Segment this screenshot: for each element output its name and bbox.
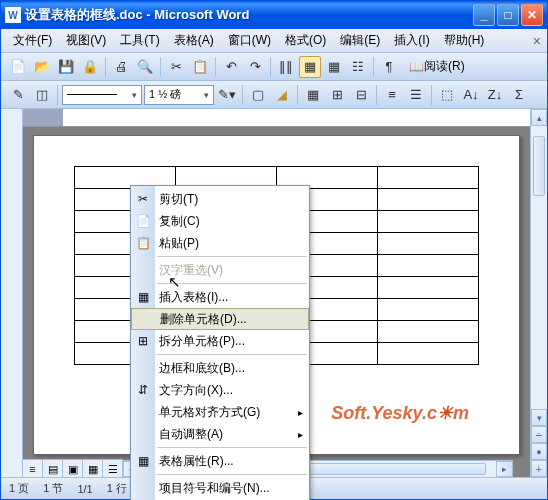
menu-separator xyxy=(157,447,307,448)
status-line: 1 行 xyxy=(107,481,127,496)
merge-cells-icon[interactable]: ⊞ xyxy=(326,84,348,106)
menu-separator xyxy=(157,256,307,257)
submenu-arrow-icon: ▸ xyxy=(298,407,303,418)
separator xyxy=(215,57,216,77)
separator xyxy=(160,57,161,77)
web-view-icon[interactable]: ▤ xyxy=(43,460,63,477)
cm-cut[interactable]: ✂剪切(T) xyxy=(131,188,309,210)
insert-table-icon[interactable]: ▦ xyxy=(302,84,324,106)
cm-insert-table[interactable]: ▦插入表格(I)... xyxy=(131,286,309,308)
table-icon: ▦ xyxy=(134,288,152,306)
status-section: 1 节 xyxy=(43,481,63,496)
scroll-right-icon[interactable]: ▸ xyxy=(496,461,513,477)
tables-borders-icon[interactable]: ▦ xyxy=(299,56,321,78)
separator xyxy=(431,85,432,105)
cm-cell-alignment[interactable]: 单元格对齐方式(G)▸ xyxy=(131,401,309,423)
paste-icon[interactable]: 📋 xyxy=(189,56,211,78)
align-icon[interactable]: ≡ xyxy=(381,84,403,106)
cm-reconvert: 汉字重选(V) xyxy=(131,259,309,281)
undo-icon[interactable]: ↶ xyxy=(220,56,242,78)
next-page-icon[interactable]: ∔ xyxy=(531,460,547,477)
scroll-down-icon[interactable]: ▾ xyxy=(531,409,547,426)
copy-icon: 📄 xyxy=(134,212,152,230)
menu-tools[interactable]: 工具(T) xyxy=(114,30,165,51)
cm-delete-cells[interactable]: 删除单元格(D)... xyxy=(131,308,309,330)
prev-page-icon[interactable]: ∸ xyxy=(531,426,547,443)
menu-edit[interactable]: 编辑(E) xyxy=(334,30,386,51)
border-outside-icon[interactable]: ▢ xyxy=(247,84,269,106)
line-weight-combo[interactable]: 1 ½ 磅▾ xyxy=(144,85,214,105)
open-icon[interactable]: 📂 xyxy=(31,56,53,78)
menu-window[interactable]: 窗口(W) xyxy=(222,30,277,51)
separator xyxy=(57,85,58,105)
scroll-up-icon[interactable]: ▴ xyxy=(531,109,547,126)
reading-label: 阅读(R) xyxy=(424,58,465,75)
cut-icon[interactable]: ✂ xyxy=(165,56,187,78)
minimize-button[interactable]: _ xyxy=(473,4,495,26)
redo-icon[interactable]: ↷ xyxy=(244,56,266,78)
separator xyxy=(297,85,298,105)
menu-view[interactable]: 视图(V) xyxy=(60,30,112,51)
reading-view-icon[interactable]: ☰ xyxy=(103,460,123,477)
sort-asc-icon[interactable]: A↓ xyxy=(460,84,482,106)
eraser-icon[interactable]: ◫ xyxy=(31,84,53,106)
browse-object-icon[interactable]: ● xyxy=(531,443,547,460)
menu-format[interactable]: 格式(O) xyxy=(279,30,332,51)
cm-table-properties[interactable]: ▦表格属性(R)... xyxy=(131,450,309,472)
autosum-icon[interactable]: Σ xyxy=(508,84,530,106)
doc-close-icon[interactable]: × xyxy=(533,33,541,49)
separator xyxy=(105,57,106,77)
autoformat-icon[interactable]: ⬚ xyxy=(436,84,458,106)
cm-paste[interactable]: 📋粘贴(P) xyxy=(131,232,309,254)
status-pages: 1/1 xyxy=(77,483,92,495)
cm-copy[interactable]: 📄复制(C) xyxy=(131,210,309,232)
menu-file[interactable]: 文件(F) xyxy=(7,30,58,51)
columns-icon[interactable]: ☷ xyxy=(347,56,369,78)
horizontal-ruler[interactable] xyxy=(23,109,530,127)
save-icon[interactable]: 💾 xyxy=(55,56,77,78)
print-icon[interactable]: 🖨 xyxy=(110,56,132,78)
sort-desc-icon[interactable]: Z↓ xyxy=(484,84,506,106)
menubar: 文件(F) 视图(V) 工具(T) 表格(A) 窗口(W) 格式(O) 编辑(E… xyxy=(1,29,547,53)
normal-view-icon[interactable]: ≡ xyxy=(23,460,43,477)
reading-layout-button[interactable]: 📖 阅读(R) xyxy=(402,56,472,78)
text-direction-icon: ⇵ xyxy=(134,381,152,399)
watermark: Soft.Yesky.c☀m xyxy=(331,402,469,424)
cm-borders-shading[interactable]: 边框和底纹(B)... xyxy=(131,357,309,379)
border-color-icon[interactable]: ✎▾ xyxy=(216,84,238,106)
show-marks-icon[interactable]: ¶ xyxy=(378,56,400,78)
scroll-thumb-v[interactable] xyxy=(533,136,545,196)
draw-table-icon[interactable]: ✎ xyxy=(7,84,29,106)
menu-insert[interactable]: 插入(I) xyxy=(388,30,435,51)
table-icon[interactable]: ▦ xyxy=(323,56,345,78)
shading-color-icon[interactable]: ◢ xyxy=(271,84,293,106)
preview-icon[interactable]: 🔍 xyxy=(134,56,156,78)
app-icon: W xyxy=(5,7,21,23)
close-button[interactable]: ✕ xyxy=(521,4,543,26)
line-style-combo[interactable]: ▾ xyxy=(62,85,142,105)
split-icon: ⊞ xyxy=(134,332,152,350)
toolbar-standard: 📄 📂 💾 🔒 🖨 🔍 ✂ 📋 ↶ ↷ ‖‖ ▦ ▦ ☷ ¶ 📖 阅读(R) xyxy=(1,53,547,81)
outline-view-icon[interactable]: ▦ xyxy=(83,460,103,477)
cm-bullets-numbering[interactable]: 项目符号和编号(N)... xyxy=(131,477,309,499)
ruler-icon[interactable]: ‖‖ xyxy=(275,56,297,78)
distribute-rows-icon[interactable]: ☰ xyxy=(405,84,427,106)
cm-text-direction[interactable]: ⇵文字方向(X)... xyxy=(131,379,309,401)
menu-separator xyxy=(157,354,307,355)
maximize-button[interactable]: □ xyxy=(497,4,519,26)
properties-icon: ▦ xyxy=(134,452,152,470)
view-buttons: ≡ ▤ ▣ ▦ ☰ xyxy=(23,459,123,477)
permissions-icon[interactable]: 🔒 xyxy=(79,56,101,78)
vertical-scrollbar[interactable]: ▴ ▾ ∸ ● ∔ xyxy=(530,109,547,477)
menu-table[interactable]: 表格(A) xyxy=(168,30,220,51)
separator xyxy=(270,57,271,77)
cm-split-cells[interactable]: ⊞拆分单元格(P)... xyxy=(131,330,309,352)
split-cells-icon[interactable]: ⊟ xyxy=(350,84,372,106)
new-doc-icon[interactable]: 📄 xyxy=(7,56,29,78)
separator xyxy=(242,85,243,105)
separator xyxy=(376,85,377,105)
menu-help[interactable]: 帮助(H) xyxy=(438,30,491,51)
titlebar: W 设置表格的框线.doc - Microsoft Word _ □ ✕ xyxy=(1,1,547,29)
print-view-icon[interactable]: ▣ xyxy=(63,460,83,477)
cm-autofit[interactable]: 自动调整(A)▸ xyxy=(131,423,309,445)
